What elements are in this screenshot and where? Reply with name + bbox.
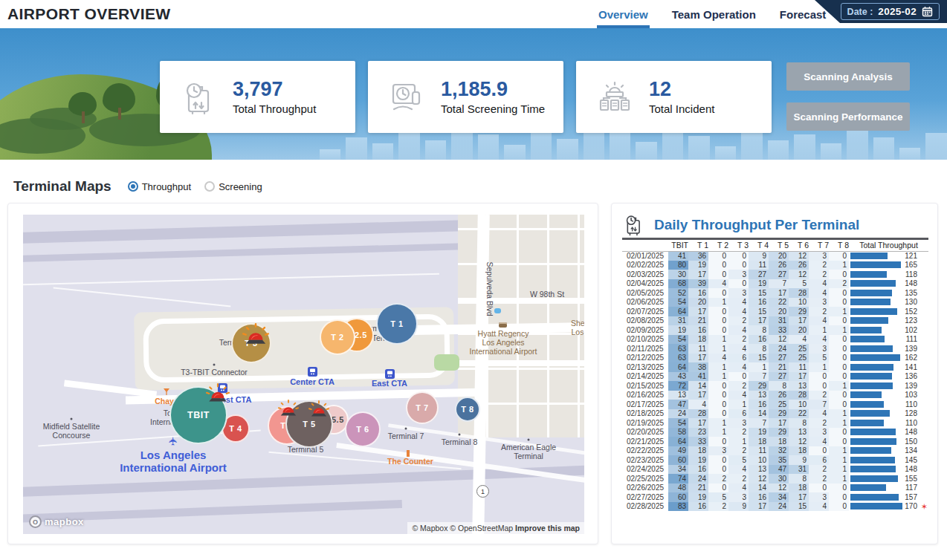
value-cell: 2 <box>728 335 749 345</box>
value-cell: 16 <box>688 502 708 512</box>
value-cell: 2 <box>809 307 829 316</box>
cross-road <box>458 360 584 366</box>
throughput-bar <box>850 327 882 333</box>
value-cell: 38 <box>688 362 708 372</box>
value-cell: 20 <box>769 307 789 316</box>
value-cell: 41 <box>688 372 708 382</box>
map-label: International Airport <box>469 347 537 356</box>
stat-label: Total Throughput <box>233 102 316 115</box>
date-cell: 02/12/2025 <box>622 354 668 363</box>
terminal-marker-t8[interactable]: T 8 <box>455 397 480 422</box>
date-picker[interactable]: Date : 2025-02 <box>815 0 947 23</box>
terminal-marker-label: T 1 <box>390 319 403 328</box>
value-cell: 28 <box>688 409 708 419</box>
radio-screening[interactable]: Screening <box>204 181 262 192</box>
value-cell: 74 <box>668 474 688 484</box>
page-title: AIRPORT OVERVIEW <box>7 5 171 23</box>
terminal-marker-label: T 7 <box>416 403 428 412</box>
value-cell: 1 <box>708 344 728 354</box>
improve-map-link[interactable]: Improve this map <box>515 524 580 533</box>
throughput-bar-cell <box>849 288 889 298</box>
throughput-bar-cell <box>849 298 889 307</box>
value-cell: 13 <box>749 391 769 400</box>
value-cell: 0 <box>829 354 849 363</box>
date-cell: 02/21/2025 <box>622 437 668 446</box>
radio-throughput[interactable]: Throughput <box>128 181 192 192</box>
terminal-marker-tbit[interactable]: TBIT <box>169 386 227 444</box>
calendar-icon[interactable] <box>922 6 933 17</box>
value-cell: 0 <box>708 316 728 326</box>
value-cell: 60 <box>668 492 688 502</box>
value-cell: 4 <box>728 391 749 400</box>
value-cell: 0 <box>708 325 728 335</box>
value-cell: 2 <box>829 279 849 289</box>
terminal-marker-t5[interactable]: T 5 <box>285 400 333 448</box>
value-cell: 1 <box>728 437 749 446</box>
value-cell: 68 <box>668 279 688 289</box>
stat-cards: 3,797 Total Throughput 1,185.9 Total Scr… <box>160 61 772 133</box>
throughput-table-card: Daily Throughput Per Terminal TBITT 1T 2… <box>611 203 938 544</box>
skyline-building <box>768 140 789 160</box>
value-cell: 25 <box>789 354 809 363</box>
table-row: 02/07/202564170415202921152 <box>622 307 928 316</box>
mapbox-logo[interactable]: O mapbox <box>29 515 84 528</box>
terminal-marker-label: T 2 <box>331 333 343 342</box>
value-cell: 22 <box>769 298 789 307</box>
value-cell: 5 <box>789 279 809 289</box>
throughput-bar-cell <box>849 474 889 484</box>
value-cell: 0 <box>809 484 829 493</box>
tab-forecast[interactable]: Forecast <box>780 0 827 28</box>
table-row: 02/22/202549183211321801134 <box>622 446 928 456</box>
total-cell: 141 <box>889 362 929 372</box>
value-cell: 17 <box>688 354 708 363</box>
value-cell: 54 <box>668 298 688 307</box>
value-cell: 0 <box>829 391 849 400</box>
terminal-marker-t7[interactable]: T 7 <box>406 391 439 424</box>
scanning-performance-button[interactable]: Scanning Performance <box>786 102 910 131</box>
throughput-bar <box>850 447 891 454</box>
value-cell: 13 <box>789 428 809 437</box>
value-cell: 17 <box>789 372 809 382</box>
value-cell: 1 <box>829 446 849 456</box>
date-cell: 02/11/2025 <box>622 344 668 354</box>
column-header <box>622 240 668 251</box>
value-cell: 15 <box>749 288 769 298</box>
terminal-marker-t1[interactable]: T 1 <box>376 303 418 345</box>
terminal-map[interactable]: 1 ✈ O mapbox © Mapbox © OpenStreetMap Im… <box>23 215 584 534</box>
value-cell: 0 <box>829 288 849 298</box>
radio-selected-icon[interactable] <box>128 181 138 192</box>
terminal-marker-t6[interactable]: T 6 <box>345 411 381 447</box>
date-box[interactable]: Date : 2025-02 <box>841 3 940 20</box>
skyline-building <box>715 146 736 160</box>
value-cell: 14 <box>688 381 708 391</box>
value-cell: 52 <box>668 288 688 298</box>
terminal-marker-t3[interactable]: T 3 <box>231 323 271 363</box>
transit-station-icon <box>385 368 395 378</box>
tab-overview[interactable]: Overview <box>598 0 648 28</box>
radio-unselected-icon[interactable] <box>204 181 215 192</box>
value-cell: 3 <box>809 344 829 354</box>
value-cell: 0 <box>708 391 728 400</box>
date-cell: 02/25/2025 <box>622 474 668 484</box>
date-value: 2025-02 <box>878 6 917 17</box>
date-cell: 02/15/2025 <box>622 381 668 391</box>
tab-team-operation[interactable]: Team Operation <box>672 0 756 28</box>
daily-throughput-table: TBITT 1T 2T 3T 4T 5T 6T 7T 8Total Throug… <box>622 240 928 511</box>
scanning-analysis-button[interactable]: Scanning Analysis <box>786 62 910 91</box>
throughput-bar <box>850 290 892 296</box>
map-label: International Airport <box>120 461 227 474</box>
value-cell: 4 <box>688 400 708 409</box>
value-cell: 0 <box>708 288 728 298</box>
value-cell: 4 <box>728 344 749 354</box>
terminal-marker-t2[interactable]: T 2 <box>320 319 355 355</box>
value-cell: 3 <box>728 418 749 428</box>
throughput-bar-cell <box>849 465 889 475</box>
value-cell: 15 <box>749 307 769 316</box>
value-cell: 0 <box>829 428 849 437</box>
value-cell: 3 <box>728 288 749 298</box>
skyline-building <box>372 143 393 160</box>
value-cell: 16 <box>688 465 708 475</box>
throughput-bar-cell <box>849 354 889 363</box>
throughput-bar-cell <box>849 381 889 391</box>
value-cell: 4 <box>789 335 809 345</box>
